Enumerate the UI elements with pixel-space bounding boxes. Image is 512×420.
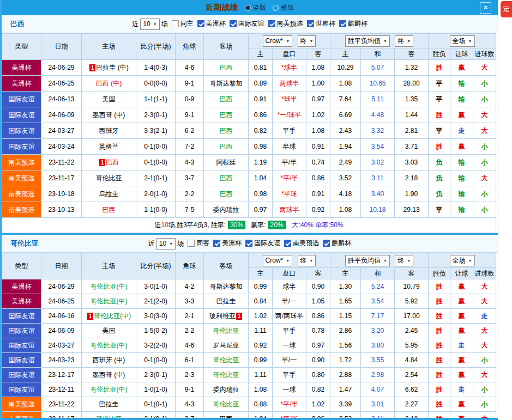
- recent-count-select[interactable]: 10▼: [140, 19, 159, 30]
- col-result-outcome: 胜负: [429, 268, 450, 279]
- handicap-away-odds: 0.86: [306, 309, 330, 324]
- radio-selected-icon[interactable]: [245, 5, 251, 11]
- col-date: 日期: [41, 253, 82, 279]
- scope-select[interactable]: 全场▼: [450, 35, 475, 47]
- odds-home: 2.86: [330, 324, 361, 338]
- match-date: 23-10-13: [41, 202, 82, 218]
- checkbox-icon[interactable]: [230, 20, 237, 27]
- score-cell: 2-1(2-0): [136, 294, 176, 309]
- odds-away: 3.03: [395, 155, 429, 171]
- handicap-line: 一球: [273, 338, 306, 353]
- recent-results-window: 近期战绩 竖版 横版 × 巴西 近 10▼ 场 同主美洲杯国际友谊南美预选世界杯…: [0, 0, 498, 420]
- away-team-name: 巴西: [220, 190, 233, 198]
- match-row: 国际友谊 24-06-09 墨西哥 (中) 2-3(0-1) 9-1 巴西 0.…: [2, 107, 496, 123]
- corners-cell: 4-2: [176, 279, 204, 294]
- handicap-home-odds: 1.04: [249, 171, 273, 186]
- checkbox-icon[interactable]: [172, 20, 179, 27]
- result-goals: 小: [473, 76, 496, 92]
- away-team-cell: 委内瑞拉: [204, 202, 249, 218]
- layout-radio-vertical[interactable]: 竖版: [243, 3, 266, 13]
- corners-cell: 4-6: [176, 60, 204, 76]
- bookmaker-select[interactable]: Crow*▼: [263, 255, 293, 266]
- checkbox-icon[interactable]: [213, 240, 220, 247]
- europe-odds-select[interactable]: 胜平负均值▼: [345, 35, 390, 47]
- corners-cell: 9-1: [176, 382, 204, 397]
- competition-badge: 南美预选: [2, 202, 41, 218]
- checkbox-icon[interactable]: [245, 240, 252, 247]
- odds-draw: 3.54: [361, 139, 395, 155]
- filter-checkbox-item[interactable]: 美洲杯: [197, 19, 226, 28]
- col-away: 客场: [204, 34, 249, 60]
- result-outcome: 胜: [429, 60, 450, 76]
- filter-checkbox-item[interactable]: 麒麟杯: [323, 239, 351, 248]
- home-team-cell: 哥伦比亚(中): [82, 294, 136, 309]
- window-title: 近期战绩: [206, 3, 238, 13]
- checkbox-icon[interactable]: [284, 240, 291, 247]
- europe-odds-select[interactable]: 胜平负均值▼: [345, 255, 390, 266]
- layout-radio-horizontal[interactable]: 横版: [270, 3, 294, 13]
- card-badge: 1: [89, 64, 95, 71]
- match-date: 23-11-17: [41, 171, 82, 186]
- scope-select[interactable]: 全场▼: [450, 255, 475, 266]
- odds-draw: 4.48: [361, 107, 395, 123]
- handicap-home-odds: 1.19: [249, 155, 273, 171]
- select-value: 胜平负均值: [348, 36, 381, 46]
- bookmaker-time-select[interactable]: 终▼: [298, 35, 316, 47]
- filter-checkbox-item[interactable]: 美洲杯: [213, 239, 242, 248]
- matches-table: 类型 日期 主场 比分(半场) 角球 客场 Crow*▼ 终▼ 胜平负均值▼ 终…: [2, 33, 496, 233]
- odds-away: 1.44: [395, 107, 429, 123]
- filter-checkbox-item[interactable]: 同主: [172, 19, 194, 28]
- competition-badge: 国际友谊: [2, 123, 41, 139]
- filter-checkbox-item[interactable]: 南美预选: [284, 239, 319, 248]
- away-team-cell: 哥伦比亚: [204, 368, 249, 382]
- filter-checkbox-item[interactable]: 国际友谊: [230, 19, 264, 28]
- handicap-away-odds: 0.97: [306, 92, 330, 107]
- chevron-down-icon: ▼: [310, 259, 314, 263]
- team-section-colombia: 哥伦比亚 近 10▼ 场 同客美洲杯国际友谊南美预选麒麟杯 类型 日期 主场 比…: [2, 235, 498, 420]
- result-handicap: 赢: [450, 279, 473, 294]
- away-team-name: 哥斯达黎加: [210, 283, 243, 290]
- home-team-name: 美国: [103, 327, 116, 334]
- matches-body: 美洲杯 24-06-29 1巴拉圭 (中) 1-4(0-3) 4-6 巴西 0.…: [2, 60, 496, 218]
- filter-checkbox-item[interactable]: 世界杯: [307, 19, 335, 28]
- summary-tail: 大:40% 单率:50%: [292, 221, 344, 229]
- odds-away: 2.18: [395, 171, 429, 186]
- filter-checkbox-item[interactable]: 麒麟杯: [339, 19, 368, 28]
- odds-draw: 7.17: [361, 309, 395, 324]
- col-odds-away: 客: [395, 48, 429, 60]
- score-cell: 3-0(3-0): [136, 309, 176, 324]
- result-handicap: 走: [450, 123, 473, 139]
- checkbox-icon[interactable]: [268, 20, 275, 27]
- side-tab-button[interactable]: 定: [501, 1, 512, 17]
- europe-time-select[interactable]: 终▼: [395, 255, 413, 266]
- checkbox-icon[interactable]: [197, 20, 204, 27]
- handicap-away-odds: 0.92: [306, 202, 330, 218]
- score-cell: 0-0(0-0): [136, 76, 176, 92]
- result-outcome: 胜: [429, 279, 450, 294]
- away-team-cell: 巴拉圭: [204, 294, 249, 309]
- checkbox-icon[interactable]: [307, 20, 314, 27]
- filter-checkbox-item[interactable]: 国际友谊: [245, 239, 280, 248]
- recent-count-select[interactable]: 10▼: [156, 238, 176, 249]
- checkbox-icon[interactable]: [323, 240, 330, 247]
- competition-badge: 美洲杯: [2, 279, 41, 294]
- score-cell: 2-3(0-1): [136, 368, 176, 382]
- filter-checkbox-item[interactable]: 同客: [188, 239, 209, 248]
- home-team-name: 哥伦比亚(中): [91, 342, 128, 349]
- europe-time-select[interactable]: 终▼: [395, 35, 413, 47]
- checkbox-icon[interactable]: [188, 240, 195, 247]
- handicap-group-header: Crow*▼ 终▼: [249, 34, 330, 48]
- checkbox-icon[interactable]: [339, 20, 346, 27]
- corners-cell: 2-1: [176, 309, 204, 324]
- result-outcome: 负: [429, 186, 450, 202]
- bookmaker-time-select[interactable]: 终▼: [298, 255, 316, 266]
- col-score: 比分(半场): [136, 34, 176, 60]
- summary-mid: 赢率:: [251, 221, 266, 229]
- filter-checkbox-item[interactable]: 南美预选: [268, 19, 303, 28]
- close-button[interactable]: ×: [480, 2, 491, 14]
- bookmaker-select[interactable]: Crow*▼: [263, 35, 293, 47]
- score-cell: 0-1(0-0): [136, 139, 176, 155]
- summary-body: 场,胜3平4负3, 胜率:: [168, 221, 226, 229]
- radio-unselected-icon[interactable]: [273, 5, 279, 11]
- handicap-line: 两/两球半: [273, 309, 306, 324]
